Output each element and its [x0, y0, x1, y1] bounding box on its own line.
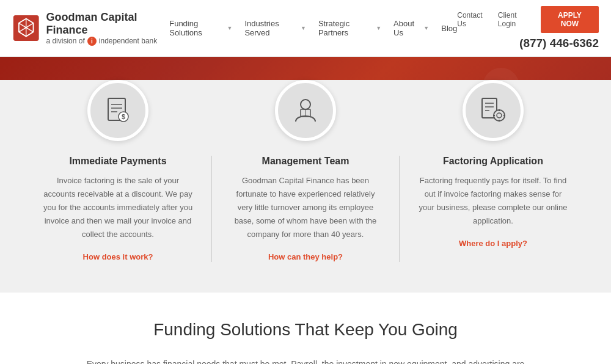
card-icon-immediate-payments: $ — [87, 80, 148, 141]
card-title-3: Factoring Application — [418, 156, 568, 167]
logo-sub: a division of i independent bank — [46, 37, 169, 46]
card-management-team: Management Team Goodman Capital Finance … — [212, 156, 400, 262]
apply-now-button[interactable]: APPLY NOW — [541, 6, 599, 33]
logo-sub-text: a division of — [46, 37, 84, 45]
nav-blog-label: Blog — [441, 24, 457, 33]
contact-link[interactable]: Contact Us — [457, 11, 489, 28]
card-title-2: Management Team — [230, 156, 381, 167]
nav-item-about[interactable]: About Us ▼ — [393, 19, 429, 37]
logo-icon — [12, 13, 40, 43]
chevron-down-icon: ▼ — [376, 25, 381, 31]
card-link-2[interactable]: How can they help? — [268, 252, 343, 261]
nav-item-industries[interactable]: Industries Served ▼ — [244, 19, 306, 37]
cards-text-row: Immediate Payments Invoice factoring is … — [24, 156, 587, 262]
nav-strategic-label: Strategic Partners — [318, 19, 374, 37]
card-link-3[interactable]: Where do I apply? — [459, 239, 527, 248]
chevron-down-icon: ▼ — [227, 25, 232, 31]
cards-icons-row: $ — [24, 80, 587, 141]
card-immediate-payments: Immediate Payments Invoice factoring is … — [24, 156, 212, 262]
nav-about-label: About Us — [393, 19, 422, 37]
svg-point-11 — [301, 100, 310, 109]
card-factoring-application: Factoring Application Factoring frequent… — [400, 156, 587, 262]
card-text-3: Factoring frequently pays for itself. To… — [418, 174, 568, 228]
chevron-down-icon: ▼ — [301, 25, 306, 31]
card-icon-factoring-application — [463, 80, 524, 141]
nav-industries-label: Industries Served — [244, 19, 299, 37]
main-title: Funding Solutions That Keep You Going — [49, 320, 562, 340]
main-content: Funding Solutions That Keep You Going Ev… — [0, 293, 611, 364]
card-text-2: Goodman Capital Finance has been fortuna… — [230, 174, 381, 241]
cards-section: $ — [0, 80, 611, 293]
logo-text-group: Goodman Capital Finance a division of i … — [46, 11, 169, 46]
nav-funding-label: Funding Solutions — [169, 19, 225, 37]
card-link-1[interactable]: How does it work? — [83, 252, 153, 261]
nav-item-strategic[interactable]: Strategic Partners ▼ — [318, 19, 381, 37]
svg-point-18 — [494, 110, 505, 121]
svg-text:$: $ — [122, 113, 125, 120]
client-login-link[interactable]: Client Login — [498, 11, 532, 28]
card-icon-management-team — [275, 80, 336, 141]
logo-area: Goodman Capital Finance a division of i … — [12, 11, 169, 46]
logo-bank: independent bank — [99, 37, 157, 45]
nav-area: Funding Solutions ▼ Industries Served ▼ … — [169, 19, 457, 37]
application-icon — [477, 95, 509, 126]
chevron-down-icon: ▼ — [423, 25, 429, 31]
person-icon — [290, 95, 321, 126]
card-title-1: Immediate Payments — [43, 156, 193, 167]
logo-name: Goodman Capital Finance — [46, 11, 169, 37]
nav-item-blog[interactable]: Blog — [441, 24, 457, 33]
header-top-links: Contact Us Client Login APPLY NOW — [457, 6, 599, 33]
card-text-1: Invoice factoring is the sale of your ac… — [43, 174, 193, 241]
header-right: Contact Us Client Login APPLY NOW (877) … — [457, 6, 599, 50]
header: Goodman Capital Finance a division of i … — [0, 0, 611, 57]
phone-number[interactable]: (877) 446-6362 — [519, 37, 599, 50]
invoice-icon: $ — [102, 95, 134, 126]
nav-item-funding[interactable]: Funding Solutions ▼ — [169, 19, 232, 37]
ib-badge: i — [87, 37, 97, 46]
main-paragraph-1: Every business has financial needs that … — [79, 357, 532, 364]
